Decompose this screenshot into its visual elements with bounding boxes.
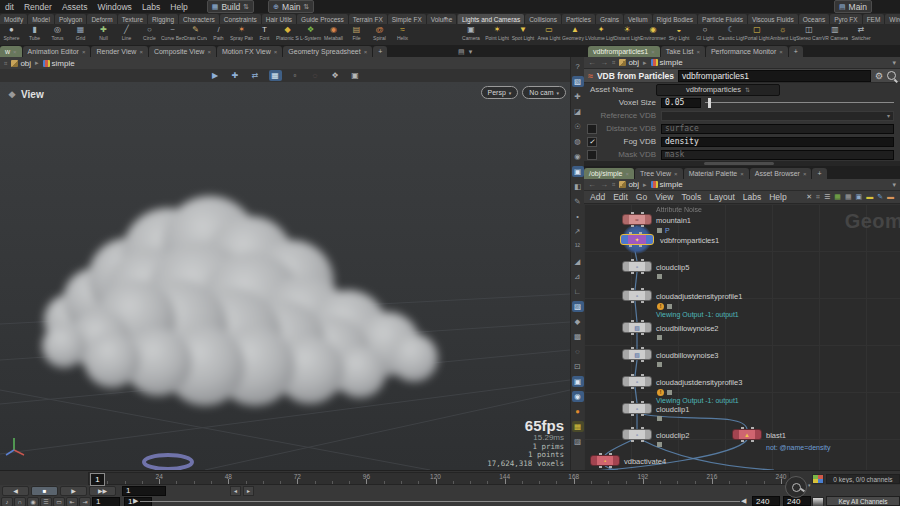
ruler[interactable]: 1 24487296120144168192216240 bbox=[88, 472, 790, 485]
shelf-tool[interactable]: ☼ Ambient Light bbox=[770, 24, 796, 41]
ramp-icon[interactable] bbox=[812, 497, 824, 506]
network-tab[interactable]: Tree View × bbox=[635, 168, 683, 179]
shelf-tab[interactable]: Constraints bbox=[220, 14, 261, 24]
shelf-tool[interactable]: ✦ Volume Light bbox=[588, 24, 614, 41]
viewport-tool-icon[interactable]: ✚ bbox=[229, 70, 242, 81]
network-node[interactable]: ✦ vdbfromparticles1 bbox=[620, 234, 650, 245]
close-icon[interactable]: × bbox=[803, 171, 807, 177]
side-tool-icon[interactable]: ◌ bbox=[572, 346, 584, 357]
shelf-tab[interactable]: FEM bbox=[863, 14, 885, 24]
side-tool-icon[interactable]: • bbox=[572, 211, 584, 222]
shelf-tab[interactable]: Wires bbox=[885, 14, 900, 24]
menu-item[interactable]: Labs bbox=[137, 2, 165, 12]
side-tool-icon[interactable]: ▧ bbox=[572, 76, 584, 87]
pane-tab[interactable]: vdbfromparticles1 × bbox=[588, 46, 660, 57]
mask-vdb-field[interactable]: mask bbox=[661, 150, 894, 160]
shelf-tab[interactable]: Pyro FX bbox=[830, 14, 861, 24]
network-node[interactable]: ▫ cloudclip5 bbox=[622, 261, 652, 272]
breadcrumb-node[interactable]: simple bbox=[43, 59, 75, 68]
shelf-tool[interactable]: ◉ Environment Light bbox=[640, 24, 666, 41]
close-icon[interactable]: × bbox=[364, 49, 368, 55]
shelf-tool[interactable]: ▼ Spot Light bbox=[510, 24, 536, 41]
pin-icon[interactable]: ⌗ bbox=[4, 60, 7, 67]
side-tool-icon[interactable]: ¹² bbox=[572, 241, 584, 252]
shelf-tool[interactable]: ✶ Spray Paint bbox=[230, 24, 253, 45]
node-body[interactable]: ▫ bbox=[622, 429, 652, 440]
pane-tab[interactable]: Take List × bbox=[661, 46, 705, 57]
pane-tab[interactable]: w × bbox=[0, 46, 22, 57]
pane-tab[interactable]: + bbox=[373, 46, 387, 57]
close-icon[interactable]: × bbox=[139, 49, 143, 55]
side-tool-icon[interactable]: ◉ bbox=[572, 151, 584, 162]
gear-icon[interactable]: ⚙ bbox=[875, 71, 883, 81]
shelf-tab[interactable]: Hair Utils bbox=[262, 14, 296, 24]
network-node[interactable]: ▫ cloudclip2 bbox=[622, 429, 652, 440]
node-name-field[interactable]: vdbfromparticles1 bbox=[678, 70, 871, 82]
network-tab[interactable]: Asset Browser × bbox=[750, 168, 812, 179]
shelf-tab[interactable]: Particles bbox=[562, 14, 595, 24]
breadcrumb-node[interactable]: simple bbox=[651, 180, 683, 189]
side-tool-icon[interactable]: ↗ bbox=[572, 226, 584, 237]
shelf-tool[interactable]: ◎ Torus bbox=[46, 24, 69, 45]
breadcrumb-obj[interactable]: obj bbox=[619, 58, 639, 67]
voxel-size-field[interactable]: 0.05 bbox=[661, 98, 701, 108]
shelf-tool[interactable]: ▢ Portal Light bbox=[744, 24, 770, 41]
network-tab[interactable]: Material Palette × bbox=[684, 168, 749, 179]
side-tool-icon[interactable]: ▨ bbox=[572, 436, 584, 447]
viewport-tool-icon[interactable]: ◌ bbox=[309, 70, 322, 81]
shelf-tool[interactable]: @ Spiral bbox=[368, 24, 391, 45]
chevron-down-icon[interactable]: ▾ bbox=[892, 59, 896, 67]
shelf-tool[interactable]: ✚ Null bbox=[92, 24, 115, 45]
network-toolbar-icon[interactable]: ✎ bbox=[877, 193, 883, 201]
side-tool-icon[interactable]: ⊡ bbox=[572, 361, 584, 372]
side-tool-icon[interactable]: ▦ bbox=[572, 421, 584, 432]
side-tool-icon[interactable]: ✎ bbox=[572, 196, 584, 207]
forward-icon[interactable]: → bbox=[600, 58, 608, 67]
playback-option-button[interactable]: ◉ bbox=[27, 497, 39, 506]
network-toolbar-icon[interactable]: ✕ bbox=[806, 193, 812, 201]
transport-button[interactable]: ▶▶ bbox=[89, 486, 116, 496]
mask-vdb-checkbox[interactable] bbox=[587, 150, 597, 160]
chevron-down-icon[interactable]: ▾ bbox=[808, 482, 811, 488]
slider-handle[interactable] bbox=[708, 98, 711, 108]
shelf-tab[interactable]: Model bbox=[28, 14, 54, 24]
pane-tab[interactable]: Composite View × bbox=[149, 46, 216, 57]
network-node[interactable]: ▪ vdbactivate4 bbox=[590, 455, 616, 466]
shelf-tab[interactable]: Characters bbox=[179, 14, 219, 24]
pane-menu-icon[interactable]: ▾ bbox=[469, 48, 473, 56]
pane-tab[interactable]: Render View × bbox=[91, 46, 147, 57]
shelf-tab[interactable]: Polygon bbox=[55, 14, 87, 24]
shelf-tool[interactable]: ○ GI Light bbox=[692, 24, 718, 41]
close-icon[interactable]: × bbox=[674, 171, 678, 177]
scrollbar-handle[interactable] bbox=[704, 162, 774, 165]
shelf-tool[interactable]: ❖ L-System bbox=[299, 24, 322, 45]
playback-range-end-field[interactable]: 240 bbox=[752, 496, 780, 506]
side-tool-icon[interactable]: ☉ bbox=[572, 121, 584, 132]
pane-tab[interactable]: Performance Monitor × bbox=[706, 46, 788, 57]
range-slider-left-handle[interactable]: ▶ bbox=[133, 497, 138, 505]
voxel-size-slider[interactable] bbox=[705, 98, 894, 108]
shelf-tab[interactable]: Texture bbox=[118, 14, 147, 24]
node-body[interactable]: ▧ bbox=[622, 322, 652, 333]
side-tool-icon[interactable]: ◉ bbox=[572, 391, 584, 402]
side-tool-icon[interactable]: ▣ bbox=[572, 376, 584, 387]
side-tool-icon[interactable]: ? bbox=[572, 61, 584, 72]
shelf-tab[interactable]: Modify bbox=[0, 14, 27, 24]
network-tab[interactable]: /obj/simple × bbox=[584, 168, 634, 179]
pin-icon[interactable]: ⌗ bbox=[612, 181, 615, 188]
pane-tab[interactable]: Geometry Spreadsheet × bbox=[283, 46, 372, 57]
close-icon[interactable]: × bbox=[82, 49, 86, 55]
node-body[interactable]: ≈ bbox=[622, 214, 652, 225]
side-tool-icon[interactable]: ▣ bbox=[572, 166, 584, 177]
menu-item[interactable]: Assets bbox=[57, 2, 93, 12]
shelf-tab[interactable]: Terrain FX bbox=[349, 14, 387, 24]
chevron-down-icon[interactable]: ▾ bbox=[892, 181, 896, 189]
playback-option-button[interactable]: ☰ bbox=[40, 497, 52, 506]
breadcrumb-obj[interactable]: obj bbox=[11, 59, 31, 68]
network-node[interactable]: ≈ Attribute Noise mountain1 P bbox=[622, 214, 652, 225]
shelf-tool[interactable]: / Path bbox=[207, 24, 230, 45]
search-icon[interactable] bbox=[887, 71, 896, 80]
shelf-tab[interactable]: Collisions bbox=[525, 14, 561, 24]
shelf-tab[interactable]: Particle Fluids bbox=[698, 14, 747, 24]
shelf-tool[interactable]: ◆ Platonic Solids bbox=[276, 24, 299, 45]
